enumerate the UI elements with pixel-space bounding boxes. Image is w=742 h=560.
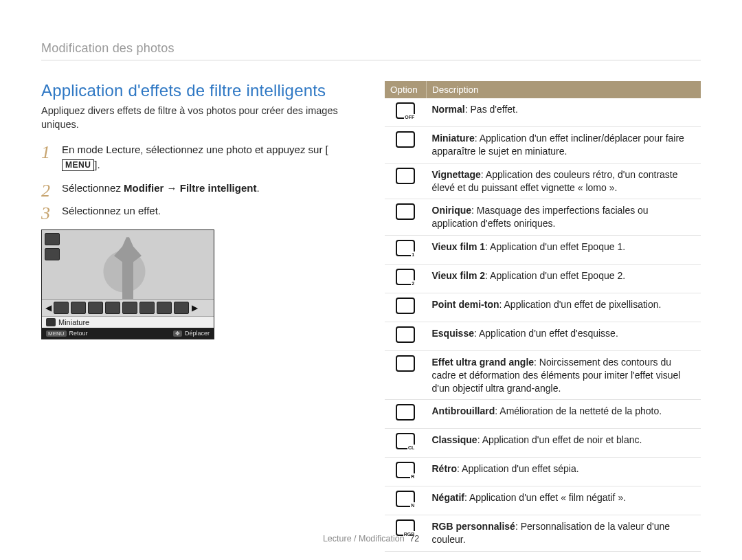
options-table-header-description: Description xyxy=(427,81,701,98)
option-name: Miniature xyxy=(432,133,475,144)
option-icon-cell xyxy=(385,236,427,265)
option-description-cell: Vignettage: Application des couleurs rét… xyxy=(427,163,701,199)
manual-page: Modification des photos Application d'ef… xyxy=(0,0,742,560)
options-table: Option Description Normal: Pas d'effet.M… xyxy=(385,81,701,552)
option-name: Classique xyxy=(432,434,477,445)
filter-option-icon xyxy=(396,240,415,256)
chevron-right-icon: ▶ xyxy=(191,303,198,313)
option-icon-cell xyxy=(385,293,427,322)
options-table-header-option: Option xyxy=(385,81,427,98)
table-row: Négatif: Application d'un effet « film n… xyxy=(385,486,701,515)
option-description-cell: RGB personnalisé: Personnalisation de la… xyxy=(427,515,701,552)
option-icon-cell xyxy=(385,400,427,429)
two-column-layout: Application d'effets de filtre intellige… xyxy=(41,81,701,552)
option-name: Onirique xyxy=(432,205,472,216)
lcd-hint-move-label: Déplacer xyxy=(185,330,210,337)
option-name: Effet ultra grand angle xyxy=(432,357,535,368)
step-2-text-a: Sélectionnez xyxy=(62,182,124,194)
table-row: Onirique: Masquage des imperfections fac… xyxy=(385,199,701,236)
step-2: Sélectionnez Modifier → Filtre intellige… xyxy=(41,181,357,196)
table-row: Vieux film 1: Application d'un effet Epo… xyxy=(385,236,701,265)
lcd-selected-filter-icon xyxy=(46,318,56,326)
option-icon-cell xyxy=(385,486,427,515)
filter-option-icon xyxy=(396,355,415,372)
step-2-text-b: . xyxy=(256,182,259,194)
option-description-cell: Rétro: Application d'un effet sépia. xyxy=(427,458,701,486)
option-icon-cell xyxy=(385,350,427,400)
option-description-cell: Antibrouillard: Amélioration de la nette… xyxy=(427,400,701,429)
option-description: : Application d'un effet de pixellisatio… xyxy=(499,299,662,310)
option-description-cell: Normal: Pas d'effet. xyxy=(427,98,701,126)
option-description: : Application d'un effet d'esquisse. xyxy=(474,328,618,339)
option-description: : Application d'un effet Epoque 2. xyxy=(485,270,625,281)
filter-option-icon xyxy=(396,462,415,478)
lcd-hint-move: ✥Déplacer xyxy=(173,330,210,337)
lcd-filter-icon xyxy=(174,302,189,314)
option-name: Rétro xyxy=(432,463,458,474)
option-description: : Pas d'effet. xyxy=(465,104,518,115)
lcd-selected-filter: Miniature xyxy=(42,316,214,328)
lcd-filter-icon xyxy=(54,302,69,314)
option-description-cell: Vieux film 2: Application d'un effet Epo… xyxy=(427,265,701,293)
lcd-footer-hints: MENURetour ✥Déplacer xyxy=(42,328,214,339)
option-name: Négatif xyxy=(432,492,464,503)
step-1: En mode Lecture, sélectionnez une photo … xyxy=(41,142,357,172)
table-row: Effet ultra grand angle: Noircissement d… xyxy=(385,350,701,400)
lcd-filter-icon xyxy=(88,302,103,314)
option-description-cell: Miniature: Application d'un effet inclin… xyxy=(427,126,701,163)
option-description-cell: Esquisse: Application d'un effet d'esqui… xyxy=(427,322,701,350)
table-row: Classique: Application d'un effet de noi… xyxy=(385,429,701,458)
filter-option-icon xyxy=(396,203,415,220)
option-name: Normal xyxy=(432,104,465,115)
lcd-filter-icon xyxy=(105,302,120,314)
lcd-photo-area xyxy=(42,230,214,299)
filter-option-icon xyxy=(396,326,415,343)
option-description-cell: Point demi-ton: Application d'un effet d… xyxy=(427,293,701,322)
lcd-filter-strip: ◀ ▶ xyxy=(42,299,214,316)
step-1-text-a: En mode Lecture, sélectionnez une photo … xyxy=(62,144,326,155)
lcd-side-icon xyxy=(45,248,60,260)
option-description-cell: Classique: Application d'un effet de noi… xyxy=(427,429,701,458)
option-description: : Application d'un effet Epoque 1. xyxy=(485,241,625,252)
right-column: Option Description Normal: Pas d'effet.M… xyxy=(385,81,701,552)
option-name: Point demi-ton xyxy=(432,299,499,310)
option-description-cell: Onirique: Masquage des imperfections fac… xyxy=(427,199,701,236)
section-title: Application d'effets de filtre intellige… xyxy=(41,81,357,100)
filter-option-icon xyxy=(396,491,415,507)
table-row: RGB personnalisé: Personnalisation de la… xyxy=(385,515,701,552)
lcd-filter-icon xyxy=(157,302,172,314)
filter-option-icon xyxy=(396,168,415,184)
option-name: RGB personnalisé xyxy=(432,521,515,532)
option-icon-cell xyxy=(385,163,427,199)
option-icon-cell xyxy=(385,265,427,293)
page-footer: Lecture / Modification 72 xyxy=(0,534,742,544)
option-description: : Application d'un effet de noir et blan… xyxy=(477,434,642,445)
option-name: Antibrouillard xyxy=(432,405,495,416)
option-icon-cell xyxy=(385,199,427,236)
lcd-filter-icon xyxy=(71,302,86,314)
step-2-bold: Modifier → Filtre intelligent xyxy=(124,182,256,194)
dpad-icon: ✥ xyxy=(173,331,182,337)
camera-lcd-illustration: ◀ ▶ Miniature MENUReto xyxy=(41,229,214,339)
filter-option-icon xyxy=(396,433,415,449)
lcd-filter-icon xyxy=(122,302,137,314)
menu-key-icon: MENU xyxy=(46,331,67,337)
table-row: Antibrouillard: Amélioration de la nette… xyxy=(385,400,701,429)
lead-paragraph: Appliquez divers effets de filtre à vos … xyxy=(41,104,357,131)
step-1-text-b: . xyxy=(98,159,100,170)
table-row: Esquisse: Application d'un effet d'esqui… xyxy=(385,322,701,350)
option-description-cell: Effet ultra grand angle: Noircissement d… xyxy=(427,350,701,400)
table-row: Vieux film 2: Application d'un effet Epo… xyxy=(385,265,701,293)
option-description: : Application d'un effet « film négatif … xyxy=(464,492,626,503)
footer-section: Lecture / Modification xyxy=(323,534,405,544)
running-head: Modification des photos xyxy=(41,41,701,60)
option-description-cell: Vieux film 1: Application d'un effet Epo… xyxy=(427,236,701,265)
filter-option-icon xyxy=(396,298,415,314)
option-description-cell: Négatif: Application d'un effet « film n… xyxy=(427,486,701,515)
option-description: : Application d'un effet sépia. xyxy=(457,463,579,474)
option-icon-cell xyxy=(385,515,427,552)
table-row: Point demi-ton: Application d'un effet d… xyxy=(385,293,701,322)
lcd-subject-silhouette xyxy=(114,237,142,299)
step-3: Sélectionnez un effet. xyxy=(41,203,357,219)
table-row: Rétro: Application d'un effet sépia. xyxy=(385,458,701,486)
